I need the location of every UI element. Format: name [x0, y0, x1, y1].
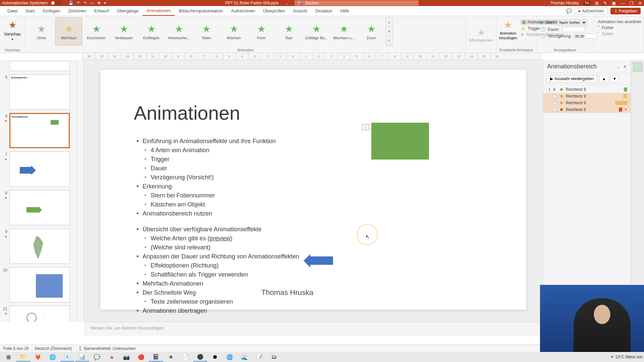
animation-gallery[interactable]: ★Ohne ★Mehrfach ★Erscheinen ★Verblassen … — [28, 17, 463, 46]
accessibility-status[interactable]: 🚶 Barrierefreiheit: Untersuchen — [78, 346, 136, 351]
anim-rad[interactable]: ★Rad — [275, 17, 302, 46]
tab-uebergaenge[interactable]: Übergänge — [113, 6, 143, 16]
share-button[interactable]: ⇪Freigeben — [610, 8, 641, 14]
telegram-icon[interactable]: ✈ — [164, 352, 178, 362]
tab-einfuegen[interactable]: Einfügen — [39, 6, 64, 16]
anim-mehrfach[interactable]: ★Mehrfach — [55, 17, 82, 46]
language-status[interactable]: Deutsch (Österreich) — [35, 346, 72, 351]
pane-close-icon[interactable]: ✕ — [623, 64, 627, 69]
tab-ueberpruefen[interactable]: Überprüfen — [259, 6, 289, 16]
thumb-8[interactable] — [9, 190, 70, 225]
tab-zeichnen[interactable]: Zeichnen — [64, 6, 90, 16]
tab-hilfe[interactable]: Hilfe — [336, 6, 353, 16]
thumb-11[interactable]: ♡ — [9, 306, 70, 322]
autosave-toggle[interactable] — [51, 1, 62, 5]
move-up-button[interactable]: ▲ — [599, 75, 608, 82]
tab-entwurf[interactable]: Entwurf — [90, 6, 113, 16]
drawing-icon[interactable]: ✎ — [603, 1, 607, 6]
scroll-down-icon[interactable]: ▼ — [386, 27, 392, 36]
gallery-scroll[interactable]: ▲▼▾ — [385, 17, 393, 46]
thumb-6[interactable]: Animationen — [9, 113, 70, 148]
blue-arrow-shape[interactable] — [310, 256, 333, 265]
anim-erscheinen[interactable]: ★Erscheinen — [83, 17, 110, 46]
window-icon[interactable]: ▣ — [612, 1, 616, 6]
filename-dropdown-icon[interactable]: ⌄ — [285, 1, 288, 5]
slide-title[interactable]: Animationen — [134, 102, 493, 124]
animation-tag[interactable]: 1 — [362, 124, 369, 130]
explorer-icon[interactable]: 📁 — [16, 352, 30, 362]
anim-list-item[interactable]: 🕐Rechteck 9 — [543, 100, 631, 106]
thumb-5[interactable]: Animationen — [9, 74, 70, 110]
green-rectangle-shape[interactable] — [371, 123, 429, 160]
undo-icon[interactable]: ↶ — [77, 1, 80, 5]
anim-verblassen[interactable]: ★Verblassen — [110, 17, 137, 46]
powerpoint-icon[interactable]: 📊 — [75, 352, 89, 362]
search-box[interactable]: 🔍 — [295, 0, 419, 6]
minimize-icon[interactable]: — — [621, 1, 625, 6]
maximize-icon[interactable]: ❐ — [630, 1, 634, 6]
onenote-icon[interactable]: 📓 — [149, 352, 163, 362]
tab-datei[interactable]: Datei — [3, 6, 21, 16]
notes-pane[interactable]: Klicken Sie, um Notizen hinzuzufügen — [84, 322, 542, 336]
anim-list-item[interactable]: 1🖱Rechteck 9 — [543, 86, 631, 93]
item-dropdown-icon[interactable]: ▼ — [624, 108, 627, 111]
weather-widget[interactable]: ☀ 13°C Meist son — [610, 355, 643, 359]
app-icon[interactable]: 📝 — [252, 352, 266, 362]
redo-icon[interactable]: ↷ — [84, 1, 87, 5]
move-earlier[interactable]: ˄Früher — [598, 25, 640, 30]
obs-icon[interactable]: ⚫ — [193, 352, 207, 362]
filename[interactable]: PPT 01 Roter Faden 004.pptx — [225, 1, 278, 5]
anim-wischen[interactable]: ★Wischen — [220, 17, 247, 46]
search-input[interactable] — [305, 1, 416, 5]
thumb-10[interactable] — [9, 267, 70, 302]
tab-dictation[interactable]: Dictation — [311, 6, 336, 16]
timing-start[interactable]: ▶Start:Nach Vorher... — [541, 19, 589, 25]
tab-bildschirm[interactable]: Bildschirmpräsentation — [175, 6, 227, 16]
comments-icon[interactable]: 💬 — [566, 8, 572, 14]
tab-ansicht[interactable]: Ansicht — [289, 6, 311, 16]
tab-animationen[interactable]: Animationen — [143, 6, 175, 16]
slide-canvas[interactable]: Animationen Einführung in Animationseffe… — [100, 70, 526, 310]
add-animation-button[interactable]: ★ Animation hinzufügen — [499, 17, 517, 52]
qat-more-icon[interactable]: ▾ — [104, 1, 106, 5]
app-icon[interactable]: 🗂 — [267, 352, 281, 362]
timing-delay[interactable]: 🕐Verzögerung: — [541, 34, 589, 39]
start-select[interactable]: Nach Vorher... — [557, 19, 587, 25]
scroll-up-icon[interactable]: ▲ — [386, 18, 392, 27]
tab-aufzeichnen[interactable]: Aufzeichnen — [227, 6, 259, 16]
user-avatar[interactable]: TH — [583, 1, 590, 5]
firefox-icon[interactable]: 🦊 — [31, 352, 45, 362]
anim-teilen[interactable]: ★Teilen — [193, 17, 220, 46]
timing-duration[interactable]: 🕐Dauer: — [541, 27, 589, 32]
user-name[interactable]: Thomas Hruska — [550, 1, 579, 5]
preview-button[interactable]: ★ Vorschau ▼ — [3, 17, 22, 43]
slide-editor[interactable]: Animationen Einführung in Animationseffe… — [84, 60, 543, 322]
pane-dropdown-icon[interactable]: ⌄ — [616, 64, 620, 69]
record-button[interactable]: ●Aufzeichnen — [575, 8, 608, 14]
app-icon[interactable]: ⏺ — [208, 352, 222, 362]
app-icon[interactable]: 💬 — [90, 352, 104, 362]
anim-zoom[interactable]: ★Zoom — [358, 17, 385, 46]
slide-thumbnails[interactable]: 5Animationen 6★Animationen 7★ 8★ 9★ 10 1… — [0, 60, 77, 322]
tab-start[interactable]: Start — [21, 6, 39, 16]
save-icon[interactable]: 💾 — [68, 1, 73, 5]
start-menu-icon[interactable]: ⊞ — [1, 352, 15, 362]
edge-icon[interactable]: 🌊 — [237, 352, 252, 362]
vlc-icon[interactable]: 🔺 — [105, 352, 119, 362]
close-icon[interactable]: ✕ — [638, 1, 642, 6]
slide-counter[interactable]: Folie 6 von 26 — [3, 346, 29, 351]
move-down-button[interactable]: ▼ — [610, 75, 619, 82]
anim-einfliegen[interactable]: ★Einfliegen — [138, 17, 165, 46]
outlook-icon[interactable]: 📧 — [60, 352, 74, 362]
thumb-7[interactable] — [9, 152, 70, 187]
side-button[interactable] — [633, 62, 642, 72]
anim-hineinschweben[interactable]: ★Hineinschw... — [165, 17, 192, 46]
touch-icon[interactable]: ✥ — [97, 1, 101, 5]
anim-ohne[interactable]: ★Ohne — [28, 17, 55, 46]
thumb-9[interactable] — [9, 229, 70, 264]
anim-list-item[interactable]: 🕐Rechteck 9▼ — [543, 106, 631, 113]
app-icon[interactable]: 📷 — [119, 352, 133, 362]
anim-form[interactable]: ★Form — [248, 17, 275, 46]
app-icon[interactable]: 📄 — [178, 352, 193, 362]
play-selection-button[interactable]: ▶Auswahl wiedergeben — [546, 75, 597, 82]
